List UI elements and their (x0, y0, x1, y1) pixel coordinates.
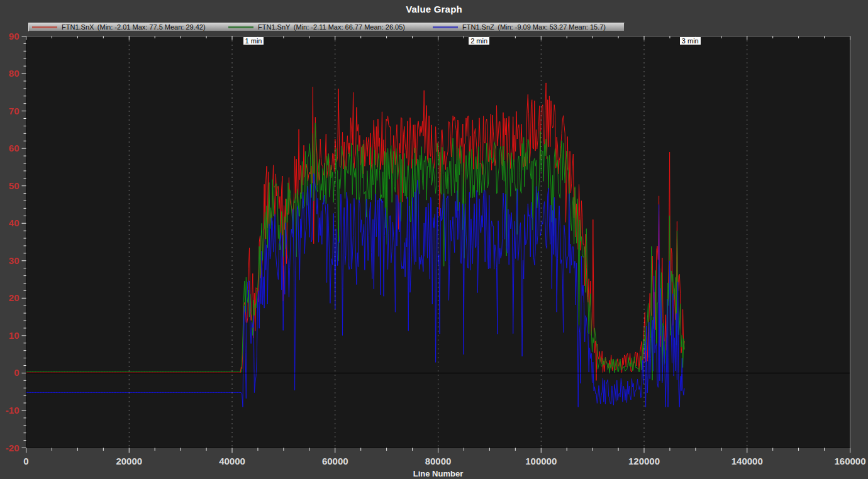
y-tick-label: 90 (9, 31, 19, 41)
y-tick-label: -10 (6, 405, 19, 416)
y-tick-label: 30 (9, 255, 19, 266)
x-tick-label: 120000 (628, 456, 660, 466)
x-tick-label: 140000 (732, 456, 763, 466)
x-tick-label: 80000 (425, 456, 452, 466)
x-axis-title: Line Number (26, 469, 850, 478)
plot-area[interactable]: 0200004000060000800001000001200001400001… (0, 0, 868, 479)
x-tick-label: 40000 (219, 456, 245, 466)
x-tick-label: 160000 (834, 456, 865, 466)
y-tick-label: 40 (9, 217, 19, 228)
y-tick-label: 50 (9, 180, 19, 191)
y-tick-label: 20 (9, 292, 19, 303)
y-tick-label: 10 (9, 330, 19, 341)
time-marker-1min: 1 min (243, 36, 265, 45)
x-tick-label: 20000 (116, 456, 142, 466)
y-tick-label: 0 (14, 367, 19, 378)
x-tick-label: 100000 (525, 456, 557, 466)
x-tick-label: 0 (23, 456, 28, 466)
time-marker-2min: 2 min (468, 36, 490, 45)
y-tick-label: -20 (6, 443, 19, 453)
y-tick-label: 70 (9, 106, 19, 116)
x-tick-label: 60000 (322, 456, 348, 466)
y-tick-label: 60 (9, 143, 19, 153)
time-marker-3min: 3 min (679, 36, 701, 45)
value-graph-window: Value Graph FTN1.SnX (Min: -2.01 Max: 77… (0, 0, 868, 479)
y-tick-label: 80 (9, 68, 19, 79)
